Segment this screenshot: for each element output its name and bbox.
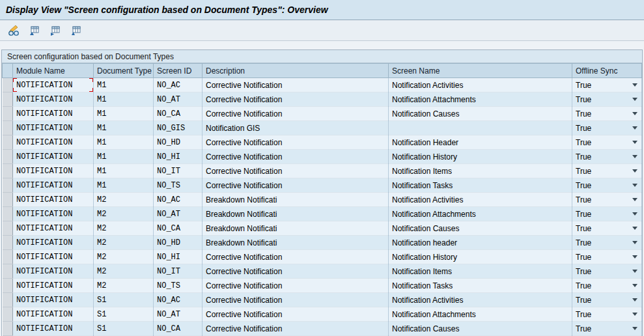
module-cell[interactable]: NOTIFICATION [13, 178, 94, 193]
module-cell[interactable]: NOTIFICATION [13, 121, 94, 135]
screen-name-cell[interactable]: Notification Activities [389, 293, 572, 307]
screen-name-cell[interactable]: Notification header [389, 236, 572, 250]
offline-sync-cell[interactable]: True [572, 264, 642, 279]
row-selector[interactable] [3, 322, 13, 336]
row-selector[interactable] [3, 236, 13, 250]
dropdown-arrow-icon[interactable] [632, 198, 637, 201]
description-cell[interactable]: Breakdown Notificati [203, 193, 389, 207]
dropdown-arrow-icon[interactable] [632, 241, 637, 244]
dropdown-arrow-icon[interactable] [632, 212, 637, 216]
offline-sync-cell[interactable]: True [572, 307, 642, 322]
document-type-cell[interactable]: S1 [94, 307, 154, 322]
dropdown-arrow-icon[interactable] [632, 98, 637, 101]
dropdown-arrow-icon[interactable] [632, 284, 637, 287]
module-cell[interactable]: NOTIFICATION [13, 322, 94, 336]
dropdown-arrow-icon[interactable] [632, 313, 637, 316]
column-header-offline-sync[interactable]: Offline Sync [572, 64, 642, 78]
dropdown-arrow-icon[interactable] [632, 83, 637, 87]
column-header-screen-name[interactable]: Screen Name [389, 64, 572, 78]
screen-name-cell[interactable]: Notification Activities [389, 193, 572, 207]
screen-name-cell[interactable]: Notification History [389, 250, 572, 264]
module-cell[interactable]: NOTIFICATION [13, 207, 94, 221]
screen-name-cell[interactable]: Notification Causes [389, 322, 572, 336]
column-header-document-type[interactable]: Document Type [94, 64, 154, 78]
row-selector[interactable] [3, 250, 13, 264]
description-cell[interactable]: Corrective Notification [203, 135, 389, 150]
description-cell[interactable]: Corrective Notification [203, 279, 389, 293]
column-header-module-name[interactable]: Module Name [13, 64, 94, 78]
screen-id-cell[interactable]: NO_CA [154, 221, 203, 236]
offline-sync-cell[interactable]: True [572, 279, 642, 293]
offline-sync-cell[interactable]: True [572, 250, 642, 264]
module-cell[interactable]: NOTIFICATION [13, 236, 94, 250]
offline-sync-cell[interactable]: True [572, 293, 642, 307]
offline-sync-cell[interactable]: True [572, 164, 642, 178]
row-selector[interactable] [3, 178, 13, 193]
module-cell[interactable]: NOTIFICATION [13, 135, 94, 150]
offline-sync-cell[interactable]: True [572, 221, 642, 236]
description-cell[interactable]: Corrective Notification [203, 307, 389, 322]
document-type-cell[interactable]: M1 [94, 135, 154, 150]
document-type-cell[interactable]: M1 [94, 107, 154, 121]
row-selector[interactable] [3, 164, 13, 178]
screen-name-cell[interactable]: Notification Causes [389, 221, 572, 236]
row-selector[interactable] [3, 78, 13, 92]
row-selector[interactable] [3, 264, 13, 279]
module-cell[interactable]: NOTIFICATION [13, 92, 94, 107]
module-cell[interactable]: NOTIFICATION [13, 279, 94, 293]
dropdown-arrow-icon[interactable] [632, 255, 637, 259]
description-cell[interactable]: Corrective Notification [203, 250, 389, 264]
screen-id-cell[interactable]: NO_AT [154, 92, 203, 107]
document-type-cell[interactable]: M1 [94, 121, 154, 135]
screen-name-cell[interactable]: Notification Header [389, 135, 572, 150]
row-selector[interactable] [3, 221, 13, 236]
document-type-cell[interactable]: S1 [94, 293, 154, 307]
screen-id-cell[interactable]: NO_IT [154, 264, 203, 279]
offline-sync-cell[interactable]: True [572, 150, 642, 164]
row-selector[interactable] [3, 207, 13, 221]
row-selector[interactable] [3, 307, 13, 322]
table-choose-button[interactable] [25, 21, 43, 39]
module-cell[interactable]: NOTIFICATION [13, 250, 94, 264]
module-cell[interactable]: NOTIFICATION [13, 193, 94, 207]
dropdown-arrow-icon[interactable] [632, 327, 637, 330]
dropdown-arrow-icon[interactable] [632, 169, 637, 173]
document-type-cell[interactable]: S1 [94, 322, 154, 336]
description-cell[interactable]: Corrective Notification [203, 178, 389, 193]
table-print-button[interactable] [67, 21, 85, 39]
row-selector[interactable] [3, 92, 13, 107]
table-copy-button[interactable] [46, 21, 64, 39]
offline-sync-cell[interactable]: True [572, 207, 642, 221]
offline-sync-cell[interactable]: True [572, 193, 642, 207]
module-cell[interactable]: NOTIFICATION [13, 164, 94, 178]
module-cell[interactable]: NOTIFICATION [13, 221, 94, 236]
screen-name-cell[interactable]: Notification Items [389, 264, 572, 279]
column-header-screen-id[interactable]: Screen ID [154, 64, 203, 78]
description-cell[interactable]: Corrective Notification [203, 78, 389, 92]
dropdown-arrow-icon[interactable] [632, 298, 637, 301]
offline-sync-cell[interactable]: True [572, 121, 642, 135]
module-cell[interactable]: NOTIFICATION [13, 293, 94, 307]
dropdown-arrow-icon[interactable] [632, 126, 637, 130]
screen-id-cell[interactable]: NO_HD [154, 236, 203, 250]
description-cell[interactable]: Corrective Notification [203, 164, 389, 178]
screen-id-cell[interactable]: NO_AC [154, 78, 203, 92]
document-type-cell[interactable]: M2 [94, 221, 154, 236]
document-type-cell[interactable]: M2 [94, 236, 154, 250]
screen-name-cell[interactable]: Notification Attachments [389, 207, 572, 221]
description-cell[interactable]: Corrective Notification [203, 293, 389, 307]
screen-id-cell[interactable]: NO_AT [154, 207, 203, 221]
screen-id-cell[interactable]: NO_CA [154, 322, 203, 336]
dropdown-arrow-icon[interactable] [632, 155, 637, 158]
screen-name-cell[interactable]: Notification Tasks [389, 279, 572, 293]
row-selector[interactable] [3, 107, 13, 121]
screen-name-cell[interactable]: Notification Activities [389, 78, 572, 92]
column-header-description[interactable]: Description [203, 64, 389, 78]
offline-sync-cell[interactable]: True [572, 322, 642, 336]
dropdown-arrow-icon[interactable] [632, 141, 637, 144]
document-type-cell[interactable]: M1 [94, 164, 154, 178]
offline-sync-cell[interactable]: True [572, 178, 642, 193]
description-cell[interactable]: Corrective Notification [203, 322, 389, 336]
screen-id-cell[interactable]: NO_AC [154, 293, 203, 307]
screen-name-cell[interactable] [389, 121, 572, 135]
